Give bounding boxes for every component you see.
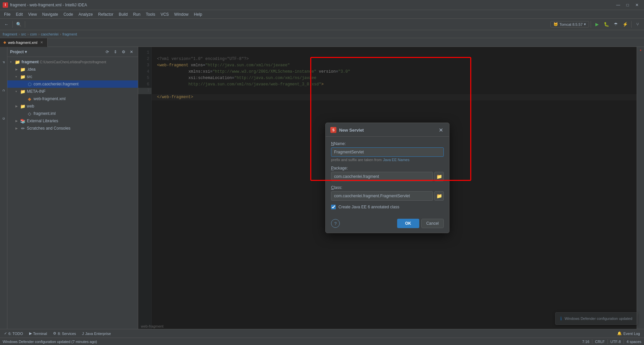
menu-code[interactable]: Code xyxy=(61,11,76,18)
package-input[interactable] xyxy=(331,172,433,181)
sidebar-sync-btn[interactable]: ⟳ xyxy=(104,48,111,56)
bc-src[interactable]: src xyxy=(21,32,26,36)
tree-item-metainf[interactable]: ▾ 📁 META-INF xyxy=(7,88,138,95)
activity-database[interactable]: D xyxy=(0,105,7,132)
tree-icon-web: 📁 xyxy=(20,104,25,109)
dialog-footer: ? OK Cancel xyxy=(326,219,449,233)
minimize-button[interactable]: — xyxy=(614,2,623,8)
new-servlet-dialog: S New Servlet ✕ NName: prefix and suf xyxy=(325,123,449,233)
bottom-tab-java-enterprise[interactable]: J Java Enterprise xyxy=(79,330,114,337)
bc-com[interactable]: com xyxy=(30,32,37,36)
activity-project[interactable]: P xyxy=(0,49,7,76)
menu-view[interactable]: View xyxy=(25,11,40,18)
bc-caochenlei[interactable]: caochenlei xyxy=(41,32,59,36)
git-btn[interactable]: ⑂ xyxy=(633,20,642,29)
menu-navigate[interactable]: Navigate xyxy=(40,11,61,18)
close-button[interactable]: ✕ xyxy=(633,2,641,8)
menu-edit[interactable]: Edit xyxy=(13,11,25,18)
ok-button[interactable]: OK xyxy=(397,219,419,228)
bottom-tab-terminal[interactable]: ▶ Terminal xyxy=(26,330,50,337)
maximize-button[interactable]: □ xyxy=(623,2,632,8)
tree-icon-fragment-root: 📁 xyxy=(15,60,20,65)
coverage-btn[interactable]: ☂ xyxy=(611,20,620,29)
java-ee-names-link[interactable]: Java EE Names xyxy=(383,158,410,162)
tree-item-web-fragment-xml[interactable]: ◆ web-fragment.xml xyxy=(7,95,138,102)
tree-label-src: src xyxy=(27,74,32,79)
bottom-tab-todo[interactable]: ✓ 6: TODO xyxy=(1,330,26,337)
tree-arrow-src: ▾ xyxy=(15,75,19,78)
bottom-tool-strip: ✓ 6: TODO ▶ Terminal ⚙ 8: Services J Jav… xyxy=(0,329,644,338)
toolbar-search-btn[interactable]: 🔍 xyxy=(14,20,23,29)
tree-item-scratches[interactable]: ▶ ✏ Scratches and Consoles xyxy=(7,125,138,132)
tree-item-fragment-iml[interactable]: ◇ fragment.iml xyxy=(7,110,138,117)
menu-window[interactable]: Window xyxy=(171,11,191,18)
menu-run[interactable]: Run xyxy=(130,11,143,18)
status-right: 7:16 CRLF UTF-8 4 spaces xyxy=(582,339,641,344)
menu-help[interactable]: Help xyxy=(191,11,205,18)
sidebar-collapse-btn[interactable]: ⇕ xyxy=(112,48,119,56)
tab-close-btn[interactable]: ✕ xyxy=(39,40,44,45)
tree-item-fragment-root[interactable]: ▾ 📁 fragment C:\Users\CaoChenLei\IdeaPro… xyxy=(7,58,138,66)
menu-tools[interactable]: Tools xyxy=(143,11,158,18)
tree-icon-package: ⬡ xyxy=(27,82,32,87)
class-input[interactable] xyxy=(331,191,433,201)
terminal-icon: ▶ xyxy=(29,331,32,336)
dialog-icon: S xyxy=(330,127,336,133)
tab-label: web-fragment.xml xyxy=(8,41,37,45)
status-line-ending[interactable]: CRLF xyxy=(595,340,605,344)
profile-btn[interactable]: ⚡ xyxy=(621,20,630,29)
tree-arrow-idea: ▶ xyxy=(15,68,19,71)
project-dropdown-btn[interactable]: Project ▾ xyxy=(10,50,27,54)
cancel-button[interactable]: Cancel xyxy=(421,219,444,228)
tree-label-web: web xyxy=(27,104,34,109)
activity-commits[interactable]: C xyxy=(0,77,7,104)
menu-vcs[interactable]: VCS xyxy=(158,11,172,18)
tomcat-selector[interactable]: 🐱 Tomcat 8.5.57 ▾ xyxy=(550,21,589,27)
services-icon: ⚙ xyxy=(53,331,56,336)
status-position[interactable]: 7:16 xyxy=(582,340,589,344)
bc-fragment2[interactable]: fragment xyxy=(62,32,77,36)
bc-fragment[interactable]: fragment xyxy=(3,32,17,36)
annotated-class-checkbox[interactable] xyxy=(331,205,336,209)
tree-item-ext-libraries[interactable]: ▶ 📚 External Libraries xyxy=(7,117,138,125)
name-input[interactable] xyxy=(331,147,444,157)
bc-sep-3: › xyxy=(38,32,40,36)
bottom-tab-services[interactable]: ⚙ 8: Services xyxy=(50,330,78,337)
class-label: Class: xyxy=(331,185,444,190)
toolbar-back-btn[interactable]: ← xyxy=(2,20,11,29)
tree-item-idea[interactable]: ▶ 📁 .idea xyxy=(7,66,138,73)
package-browse-btn[interactable]: 📁 xyxy=(434,172,444,181)
menu-build[interactable]: Build xyxy=(116,11,130,18)
tree-icon-fragment-iml: ◇ xyxy=(27,111,32,116)
app-icon: I xyxy=(3,2,8,8)
dialog-title-bar: S New Servlet ✕ xyxy=(326,123,449,137)
status-indent[interactable]: 4 spaces xyxy=(627,340,641,344)
tree-label-package: com.caochenlei.fragment xyxy=(34,82,78,86)
debug-btn[interactable]: 🐛 xyxy=(602,20,611,29)
menu-refactor[interactable]: Refactor xyxy=(96,11,116,18)
menu-analyze[interactable]: Analyze xyxy=(76,11,96,18)
tree-icon-web-fragment-xml: ◆ xyxy=(27,96,32,101)
tree-item-package[interactable]: ⬡ com.caochenlei.fragment xyxy=(7,80,138,88)
run-btn[interactable]: ▶ xyxy=(593,20,601,29)
tree-icon-ext-libraries: 📚 xyxy=(20,119,25,124)
event-log-btn[interactable]: 🔔 Event Log xyxy=(614,330,643,337)
tab-web-fragment-xml[interactable]: ◆ web-fragment.xml ✕ xyxy=(0,38,48,47)
tree-item-src[interactable]: ▾ 📁 src xyxy=(7,73,138,80)
help-btn[interactable]: ? xyxy=(331,219,340,228)
tomcat-dropdown-icon: ▾ xyxy=(584,22,586,26)
terminal-label: Terminal xyxy=(33,332,47,336)
menu-file[interactable]: File xyxy=(1,11,13,18)
status-encoding[interactable]: UTF-8 xyxy=(610,340,621,344)
status-sep-2 xyxy=(607,339,608,344)
sidebar-settings-btn[interactable]: ⚙ xyxy=(120,48,127,56)
name-hint-row: prefix and suffix are taken from Java EE… xyxy=(331,158,444,162)
class-browse-btn[interactable]: 📁 xyxy=(434,191,444,201)
toolbar-sep-2 xyxy=(25,21,25,28)
tree-label-ext-libraries: External Libraries xyxy=(27,119,58,123)
tree-item-web[interactable]: ▶ 📁 web xyxy=(7,102,138,110)
tree-label-fragment-iml: fragment.iml xyxy=(34,111,56,116)
error-indicator xyxy=(640,50,641,51)
dialog-close-btn[interactable]: ✕ xyxy=(437,126,444,134)
sidebar-close-btn[interactable]: ✕ xyxy=(128,48,135,56)
